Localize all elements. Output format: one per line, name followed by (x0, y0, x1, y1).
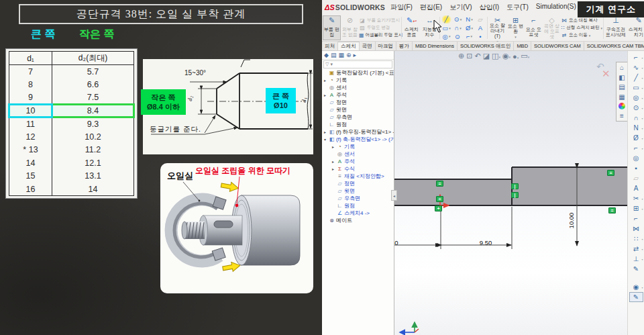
sketch-tool-button[interactable]: • (475, 32, 486, 41)
command-tab[interactable]: 스케치 (338, 42, 360, 50)
sketch-tool-button[interactable]: ⌐ ▾ (629, 143, 643, 153)
expand-arrow-icon[interactable]: ▸ (324, 130, 329, 134)
sketch-tool-button[interactable]: ▱ (629, 173, 643, 183)
sketch-relation-badge[interactable]: = (607, 170, 614, 176)
diameter-dimension[interactable]: 10.00 (568, 209, 575, 232)
no-external-references-button[interactable]: ⊘ 외부 참조 없음 (341, 15, 359, 40)
feature-tree-item[interactable]: 메이트 (322, 217, 394, 224)
command-tab[interactable]: 피처 (322, 42, 338, 50)
panel-tab-icon[interactable]: ⊕ (346, 52, 352, 58)
expand-arrow-icon[interactable]: ▾ (324, 137, 329, 142)
view-tool-button[interactable]: ⊡ (466, 52, 472, 60)
exit-sketch-button[interactable]: ✎↩ 스케치 종료 (402, 15, 421, 40)
sketch-tool-button[interactable]: ⋈ (629, 224, 643, 234)
constraint-tool-button[interactable]: ⊥ 구속조건 표시/삭제 (604, 15, 627, 40)
entity-tool-button[interactable]: ⊞ 요소 변환 ▾ (506, 15, 525, 40)
view-tool-button[interactable]: ◫▾ (492, 52, 500, 60)
menu-item[interactable]: 도구(T) (506, 3, 529, 12)
sketch-tool-button[interactable]: ∷ ▾ (629, 234, 643, 244)
task-pane-tab-icon[interactable]: ▤ (619, 83, 625, 91)
view-tool-button[interactable]: ⊕ (458, 52, 464, 60)
feature-tree-item[interactable]: 센서 (322, 84, 394, 91)
sketch-tool-button[interactable]: ▱ (475, 15, 486, 24)
feature-tree-item[interactable]: 우측면 (322, 113, 394, 121)
task-pane-tab-icon[interactable]: ▦ (619, 93, 625, 101)
edit-component-button[interactable]: ✎ 부품 편집 (323, 15, 341, 40)
view-tool-button[interactable]: ◪ (483, 52, 490, 60)
command-tab[interactable]: 곡면 (360, 42, 376, 50)
sketch-tool-button[interactable]: ⊙ ▾ (452, 15, 464, 24)
left-dimension[interactable]: 2.50 (394, 239, 398, 246)
command-tab[interactable]: SOLIDWORKS CAM TBM (584, 42, 644, 50)
menu-item[interactable]: 보기(V) (449, 3, 472, 12)
sketch-relation-badge[interactable]: = (436, 196, 443, 202)
sketch-tool-button[interactable]: Ø ▾ (629, 133, 643, 143)
assembly-option-button[interactable]: ▦ 어셈블리 투명 표시 (359, 32, 400, 39)
panel-tab-icon[interactable]: ▸ (354, 52, 357, 58)
assembly-option-button[interactable]: ▨ 투명도 변경 (359, 24, 400, 32)
sketch-tool-button[interactable]: ⊞ ▾ (629, 203, 643, 213)
sketch-tool-button[interactable]: ▪ (629, 163, 643, 173)
menu-item[interactable]: Simulation(S) (536, 3, 576, 12)
feature-tree-item[interactable]: ▸ 주석 (322, 158, 394, 165)
feature-tree-item[interactable]: ▸ 기록 (322, 77, 394, 84)
sketch-relation-badge[interactable]: = (608, 207, 616, 213)
expand-arrow-icon[interactable]: ▸ (332, 144, 337, 149)
command-tab[interactable]: 평가 (396, 42, 413, 50)
sketch-tool-button[interactable]: A (475, 23, 486, 32)
sketch-tool-button[interactable]: ⌐ ▾ (464, 32, 475, 41)
task-pane-tab-icon[interactable]: ≡ (620, 112, 624, 119)
sketch-tool-button[interactable]: ╱ ▾ (629, 73, 643, 83)
panel-splitter-handle[interactable]: ◂ (391, 190, 397, 201)
menu-item[interactable]: 편집(E) (420, 3, 442, 12)
pattern-tool-button[interactable]: ∷ 선형 스케치 패턴 ▾ (561, 24, 602, 32)
view-tool-button[interactable]: ▭▾ (521, 52, 529, 60)
task-pane-tab-icon[interactable]: ◧ (619, 74, 625, 81)
command-tab[interactable]: 마크업 (376, 42, 397, 50)
pattern-tool-button[interactable]: ⋈ 요소 대칭 복사 (561, 17, 602, 24)
sketch-tool-button[interactable]: ∿ ▾ (629, 62, 643, 73)
command-tab[interactable]: SOLIDWORKS CAM (531, 42, 584, 50)
panel-tab-icon[interactable]: ▦ (338, 52, 344, 58)
expand-arrow-icon[interactable]: ▸ (332, 166, 337, 171)
graphics-viewport[interactable]: 9.50 10.00 2.50 = = + | (394, 51, 644, 335)
sketch-tool-button[interactable]: ⊥ ▾ (629, 254, 643, 264)
view-tool-button[interactable]: ◉▾ (502, 52, 511, 60)
feature-tree-item[interactable]: 윗면 (322, 187, 394, 195)
sketch-tool-button[interactable]: Ø ▾ (464, 23, 475, 32)
sketch-relation-badge[interactable]: = (436, 181, 443, 187)
feature-tree-item[interactable]: 센서 (322, 150, 394, 158)
pattern-tool-button[interactable]: ⇄ 요소 이동 ▾ (561, 32, 602, 39)
sketch-relation-badge[interactable]: | (511, 183, 519, 189)
command-tab[interactable]: SOLIDWORKS 애드인 (458, 42, 514, 50)
entity-tool-button[interactable]: ◇ 곡면 상에 오프셋 (543, 15, 561, 40)
sketch-tool-button[interactable]: ⊙ (452, 32, 464, 41)
sketch-tool-button[interactable]: ◎ ▾ (629, 93, 643, 103)
sketch-tool-button[interactable]: N ▾ (629, 123, 643, 133)
feature-tree-item[interactable]: 정면 (322, 99, 394, 106)
feature-tree-item[interactable]: 재질 <지정안함> (322, 173, 394, 180)
feature-tree-item[interactable]: ▸ (f) 하우징-동력전달<1> -> ( (322, 128, 394, 136)
feature-tree-item[interactable]: ▸ 주석 (322, 91, 394, 99)
expand-arrow-icon[interactable]: ▸ (324, 78, 329, 83)
task-pane-tab-icon[interactable]: ⌂ (620, 64, 624, 71)
view-tool-button[interactable]: ↶ (474, 52, 480, 60)
sketch-tool-button[interactable]: ⊙ ▾ (629, 103, 643, 113)
feature-tree-item[interactable]: 우측면 (322, 195, 394, 202)
menu-item[interactable]: 파일(F) (390, 3, 413, 12)
view-tool-button[interactable]: ●▾ (513, 52, 519, 60)
sketch-tool-button[interactable]: ◉ ▾ (629, 282, 643, 292)
feature-tree-item[interactable]: ▸ 수식 (322, 165, 394, 173)
feature-tree-item[interactable]: 원점 (322, 121, 394, 128)
feature-tree-item[interactable]: 동력전달장치 (기본) <표시 상태- (322, 69, 394, 77)
sketch-relation-badge[interactable]: + (435, 205, 442, 211)
sketch-tool-button[interactable]: ⇄ ▾ (629, 244, 643, 254)
sketch-tool-button[interactable]: ∩ ▾ (629, 113, 643, 123)
sketch-tool-button[interactable]: ∩ ▾ (452, 23, 464, 32)
feature-tree-item[interactable]: 스케치4 -> (322, 209, 394, 217)
command-tab[interactable]: MBD (514, 42, 531, 50)
assembly-option-button[interactable]: ◪ 부품 숨기기/표시 (359, 17, 400, 24)
expand-arrow-icon[interactable]: ▸ (332, 159, 337, 164)
filter-caret-icon[interactable]: ▾ (330, 62, 333, 67)
constraint-tool-button[interactable]: ✎ 스케치 고치기 (627, 15, 644, 40)
